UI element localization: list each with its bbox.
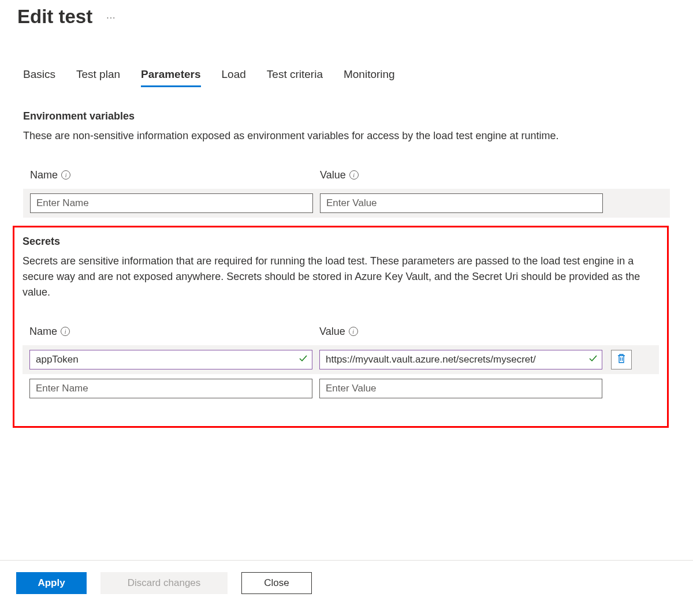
secret-value-input[interactable] [319, 350, 602, 369]
delete-secret-button[interactable] [611, 350, 632, 369]
secrets-title: Secrets [23, 236, 659, 248]
check-icon [588, 354, 598, 365]
info-icon[interactable]: i [349, 327, 358, 336]
info-icon[interactable]: i [61, 327, 70, 336]
env-vars-title: Environment variables [23, 110, 670, 122]
env-value-header: Value [320, 169, 346, 181]
secret-value-input-empty[interactable] [319, 379, 602, 398]
secrets-description: Secrets are sensitive information that a… [23, 253, 659, 300]
discard-changes-button[interactable]: Discard changes [100, 572, 228, 594]
secret-value-header: Value [319, 326, 345, 338]
tab-monitoring[interactable]: Monitoring [344, 68, 395, 87]
footer-bar: Apply Discard changes Close [0, 560, 693, 594]
more-icon[interactable]: ··· [106, 13, 116, 23]
info-icon[interactable]: i [61, 170, 70, 180]
env-value-input[interactable] [320, 193, 603, 213]
env-vars-description: These are non-sensitive information expo… [23, 128, 670, 144]
env-name-header: Name [30, 169, 58, 181]
env-name-input[interactable] [30, 193, 313, 213]
check-icon [299, 354, 308, 365]
close-button[interactable]: Close [241, 572, 312, 594]
secret-name-input[interactable] [29, 350, 312, 369]
apply-button[interactable]: Apply [16, 572, 87, 594]
info-icon[interactable]: i [349, 170, 359, 180]
trash-icon [617, 353, 626, 366]
tab-load[interactable]: Load [222, 68, 246, 87]
tab-basics[interactable]: Basics [23, 68, 55, 87]
secrets-highlight-box: Secrets Secrets are sensitive informatio… [13, 226, 669, 428]
secret-name-input-empty[interactable] [29, 379, 312, 398]
tab-test-plan[interactable]: Test plan [76, 68, 120, 87]
secret-name-header: Name [29, 326, 57, 338]
page-title: Edit test [17, 6, 92, 28]
tab-parameters[interactable]: Parameters [141, 68, 201, 87]
tab-bar: Basics Test plan Parameters Load Test cr… [0, 28, 693, 87]
tab-test-criteria[interactable]: Test criteria [267, 68, 323, 87]
